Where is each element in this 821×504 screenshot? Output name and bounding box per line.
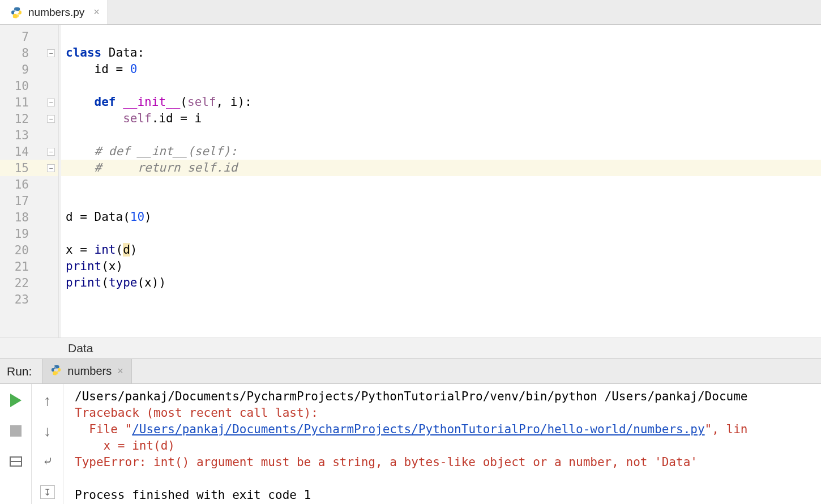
- soft-wrap-icon: ⤶: [42, 454, 53, 469]
- editor-area: 7 8− 9 10 11− 12− 13 14− 15− 16 17 18 19…: [0, 25, 821, 338]
- code-line: [61, 176, 821, 193]
- fold-icon[interactable]: −: [47, 164, 55, 172]
- console-command: /Users/pankaj/Documents/PycharmProjects/…: [75, 390, 747, 403]
- code-editor[interactable]: class Data: id = 0 def __init__(self, i)…: [59, 25, 821, 338]
- python-file-icon: [50, 364, 62, 378]
- line-number: 9: [0, 61, 58, 78]
- scroll-up-button[interactable]: ↑: [39, 392, 56, 409]
- line-number: 22: [0, 275, 58, 291]
- layout-button[interactable]: [7, 453, 24, 470]
- run-panel-header: Run: numbers ×: [0, 359, 821, 384]
- line-number: 14−: [0, 143, 58, 160]
- run-panel: ↑ ↓ ⤶ ↧ /Users/pankaj/Documents/PycharmP…: [0, 384, 821, 504]
- close-icon[interactable]: ×: [117, 365, 123, 377]
- line-number: 23: [0, 291, 58, 307]
- traceback-file-prefix: File ": [75, 422, 132, 436]
- traceback-file-link[interactable]: /Users/pankaj/Documents/PycharmProjects/…: [132, 422, 704, 436]
- line-number-gutter: 7 8− 9 10 11− 12− 13 14− 15− 16 17 18 19…: [0, 25, 59, 338]
- rerun-button[interactable]: [7, 392, 24, 409]
- stop-icon: [10, 425, 22, 437]
- line-number: 11−: [0, 94, 58, 110]
- code-line: [61, 78, 821, 94]
- line-number: 17: [0, 193, 58, 209]
- editor-tab-numbers[interactable]: numbers.py ×: [0, 0, 108, 24]
- fold-icon[interactable]: −: [47, 99, 55, 106]
- code-line: # def __int__(self):: [61, 143, 821, 160]
- editor-tab-bar: numbers.py ×: [0, 0, 821, 25]
- scroll-end-icon: ↧: [40, 485, 55, 499]
- stop-button[interactable]: [7, 422, 24, 439]
- fold-icon[interactable]: −: [47, 115, 55, 123]
- layout-icon: [10, 456, 22, 467]
- code-line: id = 0: [61, 61, 821, 78]
- line-number: 16: [0, 176, 58, 193]
- python-file-icon: [10, 6, 23, 19]
- code-line: [61, 193, 821, 209]
- code-line: [61, 225, 821, 242]
- code-line: x = int(d): [61, 242, 821, 258]
- arrow-up-icon: ↑: [44, 393, 51, 408]
- arrow-down-icon: ↓: [44, 424, 51, 438]
- code-line: [61, 127, 821, 143]
- line-number: 20: [0, 242, 58, 258]
- line-number: 12−: [0, 110, 58, 127]
- console-output[interactable]: /Users/pankaj/Documents/PycharmProjects/…: [63, 384, 821, 504]
- play-icon: [10, 394, 22, 407]
- run-config-tab[interactable]: numbers ×: [42, 359, 131, 383]
- breadcrumb[interactable]: Data: [0, 338, 821, 359]
- run-config-name: numbers: [67, 365, 112, 378]
- line-number: 10: [0, 78, 58, 94]
- code-line: class Data:: [61, 45, 821, 61]
- line-number: 15−: [0, 160, 58, 176]
- breadcrumb-segment[interactable]: Data: [68, 341, 93, 355]
- traceback-error: TypeError: int() argument must be a stri…: [75, 455, 698, 469]
- code-line: print(x): [61, 258, 821, 275]
- code-line: print(type(x)): [61, 275, 821, 291]
- line-number: 19: [0, 225, 58, 242]
- code-line: [61, 291, 821, 307]
- line-number: 7: [0, 28, 58, 45]
- tab-filename: numbers.py: [28, 6, 84, 19]
- fold-icon[interactable]: −: [47, 49, 55, 57]
- code-line-current: # return self.id: [61, 160, 821, 176]
- traceback-header: Traceback (most recent call last):: [75, 406, 318, 420]
- soft-wrap-button[interactable]: ⤶: [39, 453, 56, 470]
- fold-icon[interactable]: −: [47, 148, 55, 156]
- scroll-to-end-button[interactable]: ↧: [39, 484, 56, 501]
- traceback-file-suffix: ", lin: [705, 422, 748, 436]
- run-toolbar-left: [0, 384, 32, 504]
- run-label: Run:: [0, 365, 42, 378]
- traceback-source: x = int(d): [75, 439, 175, 452]
- line-number: 18: [0, 209, 58, 225]
- code-line: def __init__(self, i):: [61, 94, 821, 110]
- line-number: 21: [0, 258, 58, 275]
- code-line: self.id = i: [61, 110, 821, 127]
- line-number: 8−: [0, 45, 58, 61]
- code-line: d = Data(10): [61, 209, 821, 225]
- close-icon[interactable]: ×: [93, 6, 100, 18]
- line-number: 13: [0, 127, 58, 143]
- scroll-down-button[interactable]: ↓: [39, 422, 56, 439]
- run-toolbar-secondary: ↑ ↓ ⤶ ↧: [32, 384, 63, 504]
- code-line: [61, 28, 821, 45]
- process-exit: Process finished with exit code 1: [75, 488, 311, 502]
